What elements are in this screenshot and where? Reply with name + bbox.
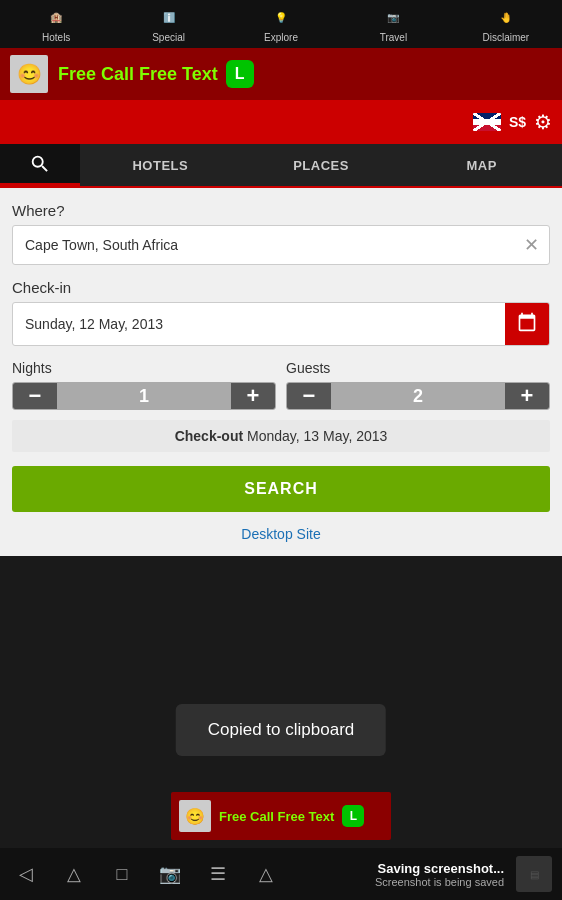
- screenshot-saving: Saving screenshot... Screenshot is being…: [375, 861, 504, 888]
- back-button[interactable]: ◁: [10, 858, 42, 890]
- header-bar: S$ ⚙: [0, 100, 562, 144]
- nights-decrease-button[interactable]: −: [13, 383, 57, 409]
- nav-special-label: Special: [152, 32, 185, 43]
- keyboard-button[interactable]: △: [250, 858, 282, 890]
- disclaimer-icon: 🤚: [494, 6, 518, 30]
- saving-title: Saving screenshot...: [378, 861, 504, 876]
- menu-button[interactable]: ☰: [202, 858, 234, 890]
- search-button[interactable]: SEARCH: [12, 466, 550, 512]
- guests-label: Guests: [286, 360, 550, 376]
- nav-disclaimer-label: Disclaimer: [482, 32, 529, 43]
- dark-area: [0, 556, 562, 810]
- explore-icon: 💡: [269, 6, 293, 30]
- flag-icon: [473, 113, 501, 131]
- tab-bar: HOTELS PLACES MAP: [0, 144, 562, 188]
- checkout-row: Check-out Monday, 13 May, 2013: [12, 420, 550, 452]
- line-icon: L: [226, 60, 254, 88]
- android-nav-buttons: ◁ △ □ 📷 ☰ △: [10, 858, 282, 890]
- nav-travel-label: Travel: [380, 32, 407, 43]
- nav-explore[interactable]: 💡 Explore: [225, 6, 337, 43]
- guests-decrease-button[interactable]: −: [287, 383, 331, 409]
- calendar-icon: [517, 312, 537, 332]
- stepper-row: Nights − 1 + Guests − 2 +: [12, 360, 550, 410]
- camera-button[interactable]: 📷: [154, 858, 186, 890]
- nav-explore-label: Explore: [264, 32, 298, 43]
- ad-banner-bottom[interactable]: 😊 Free Call Free Text L: [171, 792, 391, 840]
- recents-button[interactable]: □: [106, 858, 138, 890]
- checkin-input[interactable]: [13, 306, 505, 342]
- top-nav: 🏨 Hotels ℹ️ Special 💡 Explore 📷 Travel 🤚…: [0, 0, 562, 48]
- nav-hotels-label: Hotels: [42, 32, 70, 43]
- bottom-ad-avatar: 😊: [179, 800, 211, 832]
- nights-stepper: − 1 +: [12, 382, 276, 410]
- nights-increase-button[interactable]: +: [231, 383, 275, 409]
- nav-special[interactable]: ℹ️ Special: [112, 6, 224, 43]
- ad-text-group: Free Call Free Text L: [58, 60, 254, 88]
- bottom-line-icon: L: [342, 805, 364, 827]
- checkin-label: Check-in: [12, 279, 550, 296]
- main-content: Where? ✕ Check-in Nights − 1 + Guests − …: [0, 188, 562, 556]
- android-right-area: Saving screenshot... Screenshot is being…: [375, 856, 552, 892]
- checkout-label: Check-out: [175, 428, 243, 444]
- home-button[interactable]: △: [58, 858, 90, 890]
- tab-map[interactable]: MAP: [401, 144, 562, 186]
- travel-icon: 📷: [381, 6, 405, 30]
- search-icon: [29, 153, 51, 175]
- ad-avatar: 😊: [10, 55, 48, 93]
- checkin-input-wrap: [12, 302, 550, 346]
- nav-travel[interactable]: 📷 Travel: [337, 6, 449, 43]
- bottom-ad-text: Free Call Free Text: [219, 809, 334, 824]
- tab-places[interactable]: PLACES: [241, 144, 402, 186]
- guests-stepper: − 2 +: [286, 382, 550, 410]
- nav-hotels[interactable]: 🏨 Hotels: [0, 6, 112, 43]
- ad-text: Free Call Free Text: [58, 64, 218, 85]
- guests-value: 2: [331, 383, 505, 409]
- nights-value: 1: [57, 383, 231, 409]
- location-input-wrap: ✕: [12, 225, 550, 265]
- checkout-date-value: Monday, 13 May, 2013: [247, 428, 387, 444]
- location-input[interactable]: [13, 227, 514, 263]
- settings-button[interactable]: ⚙: [534, 110, 552, 134]
- tab-search[interactable]: [0, 144, 80, 186]
- where-label: Where?: [12, 202, 550, 219]
- desktop-site-link[interactable]: Desktop Site: [12, 526, 550, 542]
- nav-disclaimer[interactable]: 🤚 Disclaimer: [450, 6, 562, 43]
- nights-group: Nights − 1 +: [12, 360, 276, 410]
- screenshot-thumbnail: ▤: [516, 856, 552, 892]
- special-icon: ℹ️: [157, 6, 181, 30]
- nights-label: Nights: [12, 360, 276, 376]
- hotels-icon: 🏨: [44, 6, 68, 30]
- ad-banner-top[interactable]: 😊 Free Call Free Text L: [0, 48, 562, 100]
- saving-subtitle: Screenshot is being saved: [375, 876, 504, 888]
- toast-message: Copied to clipboard: [208, 720, 354, 739]
- calendar-button[interactable]: [505, 303, 549, 345]
- guests-group: Guests − 2 +: [286, 360, 550, 410]
- guests-increase-button[interactable]: +: [505, 383, 549, 409]
- android-bottom-bar: ◁ △ □ 📷 ☰ △ Saving screenshot... Screens…: [0, 848, 562, 900]
- currency-label: S$: [509, 114, 526, 130]
- tab-hotels[interactable]: HOTELS: [80, 144, 241, 186]
- toast-notification: Copied to clipboard: [176, 704, 386, 756]
- clear-location-button[interactable]: ✕: [514, 226, 549, 264]
